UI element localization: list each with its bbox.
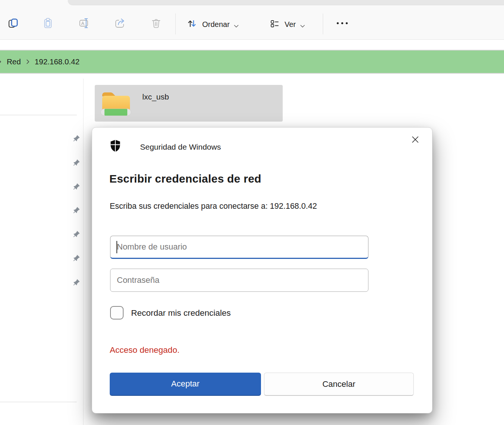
- chevron-down-icon: [300, 21, 305, 30]
- close-button[interactable]: [408, 133, 423, 148]
- pinned-item-pin-icon[interactable]: [72, 254, 80, 263]
- sidebar-section-divider: [0, 115, 77, 115]
- more-options-button[interactable]: [332, 16, 353, 32]
- view-menu-button[interactable]: Ver: [269, 14, 305, 35]
- toolbar-divider: [323, 13, 323, 34]
- remember-credentials-label[interactable]: Recordar mis credenciales: [131, 308, 231, 318]
- view-icon: [269, 18, 280, 31]
- sort-menu-label: Ordenar: [202, 20, 230, 29]
- paste-button[interactable]: [40, 16, 55, 32]
- chevron-right-icon: [0, 59, 1, 64]
- pinned-item-pin-icon[interactable]: [72, 135, 80, 143]
- close-icon: [411, 135, 420, 146]
- access-denied-error: Acceso denegado.: [110, 345, 179, 355]
- pinned-item-pin-icon[interactable]: [72, 207, 80, 215]
- file-explorer-window: A: [0, 0, 504, 425]
- copy-icon: [7, 17, 19, 31]
- rename-icon: A: [78, 17, 91, 31]
- dialog-subtitle: Escriba sus credenciales para conectarse…: [110, 202, 317, 211]
- pinned-item-pin-icon[interactable]: [72, 230, 80, 239]
- paste-icon: [42, 17, 54, 31]
- text-cursor: [116, 241, 117, 253]
- username-input[interactable]: [110, 236, 368, 259]
- file-list-item-lxc-usb[interactable]: lxc_usb: [95, 85, 283, 122]
- breadcrumb-current[interactable]: 192.168.0.42: [35, 57, 80, 66]
- pinned-item-pin-icon[interactable]: [72, 159, 80, 167]
- copy-button[interactable]: [6, 16, 21, 32]
- chevron-right-icon: [26, 59, 30, 64]
- pinned-item-pin-icon[interactable]: [72, 279, 80, 287]
- chevron-down-icon: [234, 21, 239, 30]
- remember-credentials-checkbox[interactable]: [110, 306, 124, 319]
- windows-security-dialog: Seguridad de Windows Escribir credencial…: [92, 127, 432, 413]
- address-bar[interactable]: Red 192.168.0.42: [0, 50, 504, 74]
- sidebar-section-divider: [0, 402, 77, 402]
- command-toolbar: A: [0, 0, 504, 40]
- accept-button[interactable]: Aceptar: [110, 373, 261, 396]
- rename-button[interactable]: A: [77, 16, 92, 32]
- sort-menu-button[interactable]: Ordenar: [186, 14, 239, 35]
- sidebar-content-divider[interactable]: [83, 79, 84, 425]
- sort-icon: [186, 18, 198, 31]
- trash-icon: [150, 17, 163, 31]
- share-icon: [114, 17, 127, 31]
- pinned-item-pin-icon[interactable]: [72, 183, 80, 191]
- breadcrumb-root[interactable]: Red: [7, 57, 21, 66]
- folder-name-label: lxc_usb: [142, 92, 169, 101]
- view-menu-label: Ver: [285, 20, 296, 29]
- windows-security-shield-icon: [110, 139, 121, 152]
- explorer-content: lxc_usb Seguridad de Windows Escribir: [0, 74, 504, 425]
- dialog-heading: Escribir credenciales de red: [109, 172, 261, 185]
- dialog-app-title: Seguridad de Windows: [140, 143, 221, 152]
- svg-text:A: A: [81, 21, 84, 26]
- password-input[interactable]: [110, 269, 368, 292]
- delete-button[interactable]: [149, 16, 164, 32]
- ellipsis-icon: [335, 18, 350, 30]
- share-button[interactable]: [113, 16, 128, 32]
- cancel-button[interactable]: Cancelar: [264, 373, 414, 396]
- shared-folder-icon: [100, 89, 132, 117]
- tab-strip-edge: [68, 0, 504, 5]
- toolbar-divider: [175, 13, 176, 34]
